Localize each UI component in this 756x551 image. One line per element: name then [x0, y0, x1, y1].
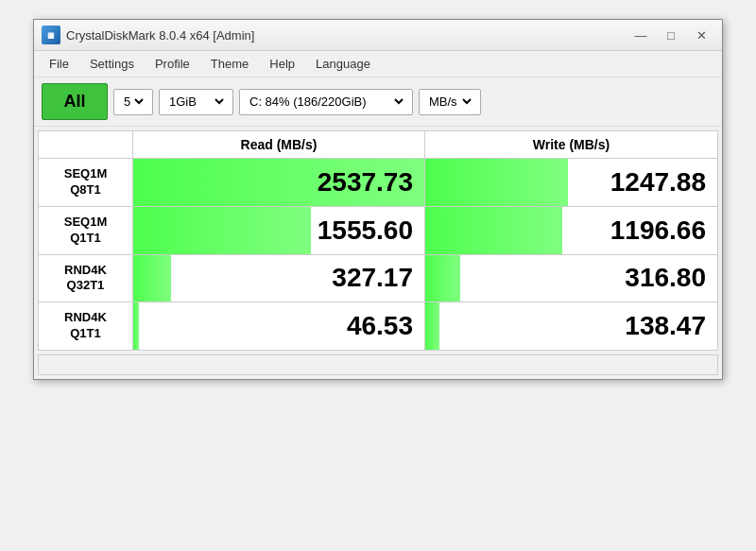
menu-language[interactable]: Language	[306, 54, 380, 74]
table-row: SEQ1MQ8T1 2537.73 1247.88	[39, 159, 717, 207]
read-cell-rnd4k-q1t1: 46.53	[133, 302, 425, 350]
write-cell-seq1m-q1t1: 1196.66	[425, 207, 717, 254]
write-cell-rnd4k-q32t1: 316.80	[425, 255, 717, 302]
read-value-rnd4k-q1t1: 46.53	[347, 311, 413, 341]
menu-profile[interactable]: Profile	[146, 54, 199, 74]
titlebar: ▦ CrystalDiskMark 8.0.4 x64 [Admin] — □ …	[34, 20, 722, 51]
write-value-rnd4k-q32t1: 316.80	[625, 263, 706, 293]
titlebar-left: ▦ CrystalDiskMark 8.0.4 x64 [Admin]	[42, 26, 254, 44]
row-label-seq1m-q8t1: SEQ1MQ8T1	[39, 159, 133, 206]
menu-file[interactable]: File	[40, 54, 78, 74]
app-icon: ▦	[42, 26, 60, 44]
menubar: File Settings Profile Theme Help Languag…	[34, 51, 722, 77]
all-button[interactable]: All	[42, 83, 108, 120]
results-table: Read (MB/s) Write (MB/s) SEQ1MQ8T1 2537.…	[38, 130, 718, 351]
write-cell-seq1m-q8t1: 1247.88	[425, 159, 717, 206]
minimize-button[interactable]: —	[627, 26, 654, 44]
read-bar-seq1m-q1t1	[133, 207, 311, 254]
read-value-rnd4k-q32t1: 327.17	[332, 263, 413, 293]
table-row: SEQ1MQ1T1 1555.60 1196.66	[39, 207, 717, 255]
read-value-seq1m-q8t1: 2537.73	[318, 167, 413, 198]
row-label-rnd4k-q32t1: RND4KQ32T1	[39, 255, 133, 302]
header-read: Read (MB/s)	[133, 131, 425, 159]
close-button[interactable]: ✕	[688, 26, 714, 44]
drive-dropdown[interactable]: C: 84% (186/220GiB)	[239, 89, 413, 115]
count-dropdown[interactable]: 1 3 5 9	[113, 89, 153, 115]
write-value-seq1m-q1t1: 1196.66	[610, 215, 706, 246]
status-bar	[38, 354, 718, 375]
read-bar-rnd4k-q1t1	[133, 302, 139, 350]
row-label-seq1m-q1t1: SEQ1MQ1T1	[39, 207, 133, 254]
drive-select[interactable]: C: 84% (186/220GiB)	[246, 94, 406, 110]
count-select[interactable]: 1 3 5 9	[120, 94, 146, 110]
table-row: RND4KQ32T1 327.17 316.80	[39, 255, 717, 303]
read-value-seq1m-q1t1: 1555.60	[318, 215, 413, 246]
size-dropdown[interactable]: 512MiB 1GiB 2GiB 4GiB 8GiB 16GiB 32GiB 6…	[159, 89, 233, 115]
table-header: Read (MB/s) Write (MB/s)	[39, 131, 717, 159]
window-controls: — □ ✕	[627, 26, 714, 44]
menu-help[interactable]: Help	[260, 54, 304, 74]
toolbar: All 1 3 5 9 512MiB 1GiB 2GiB 4GiB 8GiB 1…	[34, 77, 722, 127]
menu-theme[interactable]: Theme	[201, 54, 258, 74]
window-title: CrystalDiskMark 8.0.4 x64 [Admin]	[66, 28, 254, 43]
write-bar-rnd4k-q1t1	[425, 302, 439, 350]
read-cell-rnd4k-q32t1: 327.17	[133, 255, 425, 302]
write-bar-seq1m-q1t1	[425, 207, 562, 254]
header-write: Write (MB/s)	[425, 131, 717, 159]
app-window: ▦ CrystalDiskMark 8.0.4 x64 [Admin] — □ …	[33, 19, 723, 380]
maximize-button[interactable]: □	[658, 26, 684, 44]
write-cell-rnd4k-q1t1: 138.47	[425, 302, 717, 350]
write-value-seq1m-q8t1: 1247.88	[610, 167, 706, 198]
unit-dropdown[interactable]: MB/s GB/s IOPS	[419, 89, 481, 115]
write-bar-seq1m-q8t1	[425, 159, 568, 206]
read-bar-rnd4k-q32t1	[133, 255, 171, 302]
write-bar-rnd4k-q32t1	[425, 255, 460, 302]
header-label	[39, 131, 133, 159]
read-cell-seq1m-q8t1: 2537.73	[133, 159, 425, 206]
size-select[interactable]: 512MiB 1GiB 2GiB 4GiB 8GiB 16GiB 32GiB 6…	[165, 94, 227, 110]
row-label-rnd4k-q1t1: RND4KQ1T1	[39, 302, 133, 350]
read-cell-seq1m-q1t1: 1555.60	[133, 207, 425, 254]
unit-select[interactable]: MB/s GB/s IOPS	[425, 94, 474, 110]
write-value-rnd4k-q1t1: 138.47	[625, 311, 706, 341]
table-row: RND4KQ1T1 46.53 138.47	[39, 302, 717, 350]
menu-settings[interactable]: Settings	[80, 54, 144, 74]
